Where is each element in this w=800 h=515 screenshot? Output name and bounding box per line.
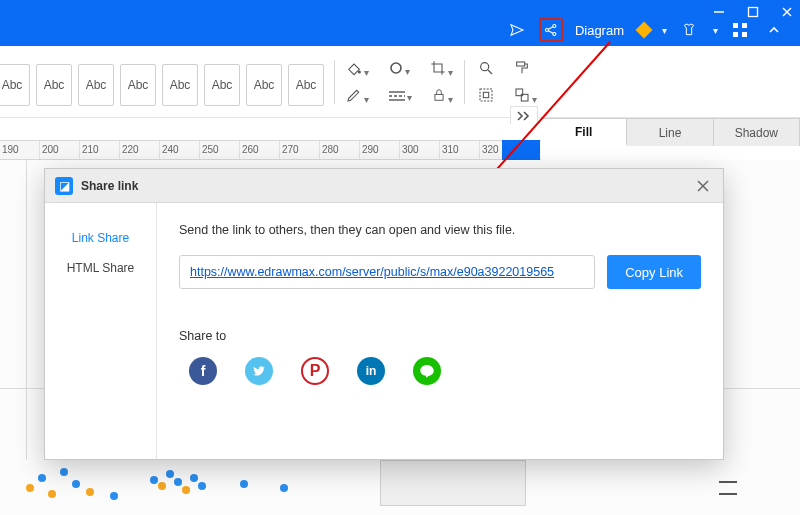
- copy-link-button[interactable]: Copy Link: [607, 255, 701, 289]
- sidebar-item-link-share[interactable]: Link Share: [45, 223, 156, 253]
- svg-point-13: [358, 71, 360, 73]
- svg-rect-22: [480, 89, 492, 101]
- link-row: https://www.edrawmax.com/server/public/s…: [179, 255, 701, 289]
- share-link-dialog: ◪ Share link Link Share HTML Share Send …: [44, 168, 724, 460]
- crop-icon[interactable]: ▾: [430, 60, 453, 79]
- shape-outline-icon[interactable]: ▾: [389, 61, 410, 78]
- facebook-icon[interactable]: f: [189, 357, 217, 385]
- style-preset[interactable]: Abc: [204, 64, 240, 106]
- dialog-sidebar: Link Share HTML Share: [45, 203, 157, 459]
- svg-point-5: [553, 24, 556, 27]
- line-style-icon[interactable]: ▾: [389, 90, 412, 104]
- scatter-chart-preview: [0, 460, 370, 506]
- ruler-tick: 260: [240, 141, 280, 159]
- close-dialog-button[interactable]: [693, 176, 713, 196]
- line-icon[interactable]: [413, 357, 441, 385]
- svg-point-4: [545, 28, 548, 31]
- share-icon[interactable]: [539, 18, 563, 42]
- divider: [334, 60, 335, 104]
- dialog-body: Link Share HTML Share Send the link to o…: [45, 203, 723, 459]
- style-preset[interactable]: Abc: [0, 64, 30, 106]
- maximize-button[interactable]: [744, 3, 762, 21]
- pencil-icon[interactable]: ▾: [346, 87, 369, 106]
- svg-rect-23: [483, 92, 488, 97]
- svg-line-8: [548, 31, 553, 34]
- style-preset[interactable]: Abc: [246, 64, 282, 106]
- ruler-tick: 200: [40, 141, 80, 159]
- diagram-menu-label[interactable]: Diagram: [575, 23, 624, 38]
- svg-rect-18: [435, 94, 443, 100]
- svg-point-6: [553, 32, 556, 35]
- style-gallery[interactable]: Abc Abc Abc Abc Abc Abc Abc Abc: [0, 64, 324, 106]
- send-icon[interactable]: [505, 18, 529, 42]
- horizontal-ruler: 190 200 210 220 240 250 260 270 280 290 …: [0, 140, 541, 160]
- ribbon-toolbar: Abc Abc Abc Abc Abc Abc Abc Abc ▾ ▾ ▾ ▾ …: [0, 46, 800, 118]
- page-settings-icon[interactable]: [719, 481, 737, 495]
- pinterest-icon[interactable]: P: [301, 357, 329, 385]
- right-panel-tabs: Fill Line Shadow: [541, 118, 800, 146]
- twitter-icon[interactable]: [245, 357, 273, 385]
- sidebar-item-html-share[interactable]: HTML Share: [45, 253, 156, 283]
- svg-point-19: [481, 63, 489, 71]
- ruler-tick: 270: [280, 141, 320, 159]
- style-preset[interactable]: Abc: [162, 64, 198, 106]
- style-preset[interactable]: Abc: [78, 64, 114, 106]
- svg-rect-11: [733, 32, 738, 37]
- dialog-main: Send the link to others, then they can o…: [157, 203, 723, 459]
- style-preset[interactable]: Abc: [36, 64, 72, 106]
- ruler-tick: 290: [360, 141, 400, 159]
- ruler-tick: 190: [0, 141, 40, 159]
- dialog-titlebar[interactable]: ◪ Share link: [45, 169, 723, 203]
- linkedin-icon[interactable]: in: [357, 357, 385, 385]
- minimize-button[interactable]: [710, 3, 728, 21]
- tab-shadow[interactable]: Shadow: [714, 119, 800, 146]
- svg-line-20: [488, 70, 492, 74]
- app-logo-icon: ◪: [55, 177, 73, 195]
- share-link-input[interactable]: https://www.edrawmax.com/server/public/s…: [179, 255, 595, 289]
- ruler-tick: 240: [160, 141, 200, 159]
- svg-rect-1: [749, 8, 758, 17]
- guide-line: [26, 160, 27, 460]
- ruler-tick: 280: [320, 141, 360, 159]
- window-controls: [710, 3, 796, 21]
- titlebar-actions: Diagram ▾ ▾: [505, 18, 786, 42]
- dialog-title: Share link: [81, 179, 138, 193]
- search-icon[interactable]: [478, 60, 494, 79]
- format-painter-icon[interactable]: [514, 60, 530, 79]
- svg-line-7: [548, 27, 553, 30]
- svg-rect-10: [742, 23, 747, 28]
- tshirt-icon[interactable]: [677, 18, 701, 42]
- style-preset[interactable]: Abc: [288, 64, 324, 106]
- edit-tool-group: ▾ ▾ ▾ ▾ ▾ ▾: [346, 60, 453, 106]
- group-icon[interactable]: ▾: [514, 87, 537, 106]
- ruler-tick: 300: [400, 141, 440, 159]
- svg-rect-12: [742, 32, 747, 37]
- share-description: Send the link to others, then they can o…: [179, 223, 701, 237]
- page-thumbnail[interactable]: [380, 460, 526, 506]
- ruler-tick: 250: [200, 141, 240, 159]
- tab-fill[interactable]: Fill: [541, 119, 627, 146]
- chevron-down-icon[interactable]: ▾: [713, 25, 718, 36]
- social-row: f P in: [179, 357, 701, 385]
- svg-rect-9: [733, 23, 738, 28]
- share-to-label: Share to: [179, 329, 701, 343]
- select-all-icon[interactable]: [478, 87, 494, 106]
- tab-line[interactable]: Line: [627, 119, 713, 146]
- svg-rect-21: [517, 62, 525, 66]
- apps-grid-icon[interactable]: [728, 18, 752, 42]
- collapse-ribbon-icon[interactable]: [762, 18, 786, 42]
- ruler-selection-indicator: [502, 140, 540, 160]
- lock-icon[interactable]: ▾: [432, 87, 453, 106]
- ruler-tick: 220: [120, 141, 160, 159]
- title-bar: Diagram ▾ ▾: [0, 0, 800, 46]
- premium-badge-icon: [636, 22, 653, 39]
- view-tool-group: ▾: [478, 60, 537, 106]
- chevron-down-icon[interactable]: ▾: [662, 25, 667, 36]
- svg-point-14: [391, 63, 401, 73]
- expand-panel-button[interactable]: [510, 106, 538, 124]
- fill-bucket-icon[interactable]: ▾: [346, 60, 369, 79]
- close-window-button[interactable]: [778, 3, 796, 21]
- ruler-tick: 210: [80, 141, 120, 159]
- style-preset[interactable]: Abc: [120, 64, 156, 106]
- ruler-tick: 310: [440, 141, 480, 159]
